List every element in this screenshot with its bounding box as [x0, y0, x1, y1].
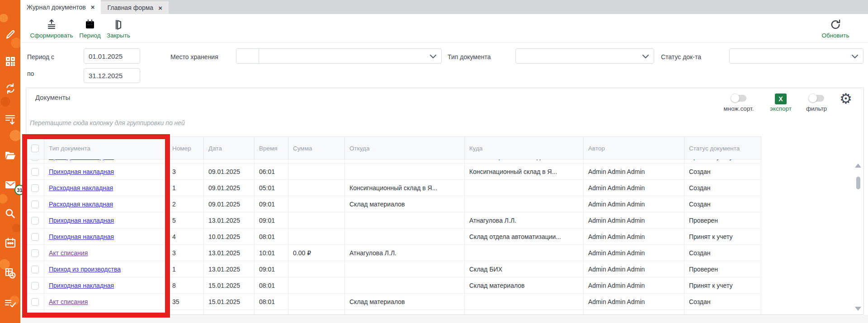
period-to-input[interactable] — [84, 68, 140, 83]
row-checkbox-cell[interactable] — [26, 310, 44, 315]
list-check-icon[interactable] — [0, 298, 20, 309]
document-link[interactable]: Расходная накладная — [49, 184, 113, 192]
row-checkbox-cell[interactable] — [26, 229, 44, 244]
row-checkbox-cell[interactable] — [26, 180, 44, 196]
tab-main-form[interactable]: Главная форма × — [101, 1, 168, 14]
column-header[interactable]: Номер — [168, 137, 204, 159]
qr-code-icon[interactable] — [0, 56, 20, 67]
panel-title: Документы — [35, 94, 70, 101]
row-checkbox-cell[interactable] — [26, 294, 44, 309]
document-link[interactable]: Акт списания — [49, 249, 88, 257]
table-row[interactable]: Приходная накладная513.01.202509:01Атнаг… — [26, 212, 761, 229]
row-checkbox[interactable] — [31, 217, 39, 225]
column-header[interactable]: Автор — [584, 137, 684, 159]
document-link[interactable]: Акт списания — [49, 298, 88, 305]
row-checkbox[interactable] — [31, 159, 39, 161]
cell-number: 9 — [168, 310, 204, 315]
column-header[interactable]: Статус документа — [684, 137, 761, 159]
select-all-cell[interactable] — [26, 137, 44, 159]
doc-status-select[interactable] — [729, 48, 863, 64]
column-header[interactable]: Сумма — [288, 137, 345, 159]
document-link[interactable]: Приход из производства — [49, 266, 121, 273]
cell-to — [465, 196, 584, 212]
select-all-checkbox[interactable] — [31, 145, 39, 152]
close-button[interactable]: Закрыть — [103, 19, 134, 39]
group-by-hint: Перетащите сюда колонку для группировки … — [30, 119, 185, 126]
table-row[interactable]: Акт списания313.01.202510:010.00 ₽Атнагу… — [26, 245, 761, 261]
pencil-icon[interactable] — [0, 28, 20, 40]
calendar-icon[interactable] — [0, 237, 20, 249]
document-link[interactable]: Приходная накладная — [49, 159, 114, 160]
door-icon — [113, 19, 124, 31]
column-header[interactable]: Куда — [465, 137, 584, 159]
cell-number: 4 — [168, 229, 204, 244]
table-row[interactable]: Расходная накладная109.01.202505:01Конси… — [26, 180, 761, 196]
row-checkbox-cell[interactable] — [26, 245, 44, 261]
storage-select[interactable] — [236, 48, 442, 64]
export-label[interactable]: экспорт — [768, 105, 793, 112]
cell-to — [465, 180, 584, 196]
cell-from: Консигнационный склад в Я... — [345, 180, 465, 196]
generate-button[interactable]: Сформировать — [29, 19, 74, 39]
report-clock-icon[interactable] — [0, 267, 20, 279]
column-header[interactable]: Дата — [204, 137, 255, 159]
table-row[interactable]: Приходная накладная410.01.202508:01Склад… — [26, 229, 761, 245]
row-checkbox[interactable] — [31, 282, 39, 290]
row-checkbox[interactable] — [31, 184, 39, 192]
cell-status: Создан — [684, 245, 761, 261]
cell-time: 09:01 — [255, 212, 288, 228]
table-row[interactable]: Приходная накладная815.01.202508:01Склад… — [26, 277, 761, 294]
refresh-button[interactable]: Обновить — [815, 19, 856, 39]
period-button[interactable]: Период — [76, 19, 104, 39]
doc-type-select[interactable] — [515, 48, 654, 64]
cell-author: Admin Admin Admin — [584, 159, 684, 163]
tab-journal[interactable]: Журнал документов × — [20, 0, 101, 14]
scroll-down-icon[interactable] — [855, 307, 861, 311]
row-checkbox[interactable] — [31, 233, 39, 241]
gear-icon[interactable]: ⚙ — [840, 92, 852, 106]
tab-close-icon[interactable]: × — [158, 4, 162, 12]
multisort-toggle[interactable] — [731, 95, 746, 102]
column-header[interactable]: Откуда — [345, 137, 465, 159]
table-row[interactable]: Приход из производства113.01.202509:01Ск… — [26, 261, 761, 277]
row-checkbox[interactable] — [31, 168, 39, 176]
row-checkbox[interactable] — [31, 201, 39, 208]
row-checkbox-cell[interactable] — [26, 196, 44, 212]
column-header[interactable]: Тип документа — [44, 137, 168, 159]
folder-open-icon[interactable] — [0, 150, 20, 161]
document-link[interactable]: Приходная накладная — [49, 168, 114, 175]
cell-type: Расходная накладная — [44, 180, 168, 196]
row-checkbox-cell[interactable] — [26, 164, 44, 179]
filter-toggle[interactable] — [809, 95, 824, 102]
row-checkbox-cell[interactable] — [26, 261, 44, 277]
scroll-up-icon[interactable] — [855, 164, 861, 168]
table-row[interactable]: Приходная накладная916.01.202506:01Склад… — [26, 310, 761, 315]
excel-export-icon[interactable]: X — [775, 94, 787, 104]
table-row[interactable]: Приходная накладнаяКонсигнационный склад… — [26, 159, 761, 164]
chevron-down-icon — [852, 55, 858, 59]
cell-time: 08:01 — [255, 229, 288, 244]
cell-type: Приход из производства — [44, 261, 168, 277]
vertical-scrollbar-thumb[interactable] — [856, 177, 860, 189]
row-checkbox-cell[interactable] — [26, 277, 44, 293]
document-link[interactable]: Приходная накладная — [49, 217, 114, 224]
column-header[interactable]: Время — [255, 137, 288, 159]
search-icon[interactable] — [0, 208, 20, 220]
row-checkbox[interactable] — [31, 249, 39, 257]
document-link[interactable]: Приходная накладная — [49, 282, 114, 289]
document-link[interactable]: Расходная накладная — [49, 201, 113, 208]
table-row[interactable]: Расходная накладная209.01.202509:01Склад… — [26, 196, 761, 212]
tab-close-icon[interactable]: × — [91, 3, 95, 11]
period-from-input[interactable] — [84, 48, 140, 64]
row-checkbox[interactable] — [31, 266, 39, 273]
cell-date: 13.01.2025 — [204, 261, 255, 277]
sync-icon[interactable] — [0, 83, 20, 94]
refresh-icon — [830, 19, 842, 31]
row-checkbox-cell[interactable] — [26, 159, 44, 163]
document-link[interactable]: Приходная накладная — [49, 233, 114, 240]
row-checkbox-cell[interactable] — [26, 212, 44, 228]
table-row[interactable]: Акт списания3515.01.202508:01Склад матер… — [26, 294, 761, 310]
row-checkbox[interactable] — [31, 298, 39, 306]
list-download-icon[interactable] — [0, 114, 20, 126]
table-row[interactable]: Приходная накладная309.01.202506:01Конси… — [26, 164, 761, 180]
